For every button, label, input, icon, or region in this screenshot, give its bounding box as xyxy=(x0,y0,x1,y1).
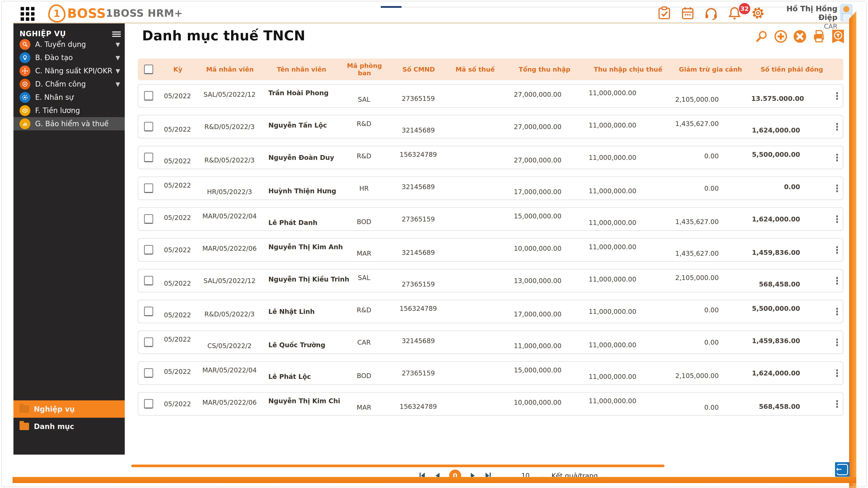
table-row: 05/2022MAR/05/2022/04Lê Phát DanhBOD2736… xyxy=(138,207,843,231)
add-icon[interactable] xyxy=(774,30,787,43)
cell-ten-nhan-vien: Lê Phát Danh xyxy=(263,219,339,226)
kebab-menu-icon[interactable] xyxy=(836,215,838,223)
sidebar-item-b[interactable]: B. Đào tạo▼ xyxy=(13,51,125,64)
cell-so-cmnd: 156324789 xyxy=(389,151,447,158)
cell-giam-tru-gia-canh: 0.00 xyxy=(669,306,751,314)
row-checkbox-cell xyxy=(138,276,159,286)
sidebar-footer-item-nghiep-vu[interactable]: Nghiệp vụ xyxy=(13,400,125,418)
window-frame-right xyxy=(849,11,856,488)
cell-so-cmnd: 32145689 xyxy=(389,249,447,256)
row-checkbox[interactable] xyxy=(144,91,153,101)
apps-grid-icon[interactable] xyxy=(21,7,35,21)
kebab-menu-icon[interactable] xyxy=(836,92,838,100)
calendar-icon[interactable] xyxy=(681,6,695,20)
cell-so-tien-phai-dong: 0.00 xyxy=(751,183,832,191)
list-menu-icon[interactable] xyxy=(112,30,121,37)
row-checkbox[interactable] xyxy=(144,368,153,378)
cell-giam-tru-gia-canh: 0.00 xyxy=(669,338,751,346)
table-row: 05/2022SAL/05/2022/12Nguyễn Thị Kiều Tri… xyxy=(138,269,843,292)
cell-ma-nhan-vien: MAR/05/2022/06 xyxy=(196,245,263,252)
row-menu-cell xyxy=(832,338,843,347)
horizontal-scrollbar[interactable] xyxy=(131,464,664,467)
search-icon[interactable] xyxy=(755,30,768,43)
cell-ma-nhan-vien: CS/05/2022/2 xyxy=(196,342,263,350)
row-checkbox[interactable] xyxy=(144,307,153,316)
kebab-menu-icon[interactable] xyxy=(836,338,838,346)
user-block[interactable]: Hồ Thị Hồng Điệp CAR xyxy=(768,4,837,30)
headset-icon[interactable] xyxy=(704,6,718,20)
delete-icon[interactable] xyxy=(793,30,807,43)
col-ma-phong-ban[interactable]: Mã phòng ban xyxy=(340,62,390,77)
kebab-menu-icon[interactable] xyxy=(836,185,838,192)
row-checkbox[interactable] xyxy=(144,122,153,131)
row-checkbox[interactable] xyxy=(144,214,153,224)
kebab-menu-icon[interactable] xyxy=(836,154,838,161)
row-checkbox[interactable] xyxy=(144,399,153,409)
cell-tong-thu-nhap: 17,000,000.00 xyxy=(502,188,586,196)
tasks-icon[interactable] xyxy=(657,6,671,20)
cell-tong-thu-nhap: 15,000,000.00 xyxy=(502,212,586,220)
table-row: 05/2022R&D/05/2022/3Nguyễn Tấn LộcR&D321… xyxy=(138,115,843,138)
cell-thu-nhap-chiu-thue: 11,000,000.00 xyxy=(586,275,669,283)
kebab-menu-icon[interactable] xyxy=(836,277,838,285)
col-ten-nhan-vien[interactable]: Tên nhân viên xyxy=(264,66,340,73)
row-checkbox[interactable] xyxy=(144,276,153,286)
training-icon xyxy=(20,52,30,63)
kebab-menu-icon[interactable] xyxy=(836,369,838,377)
logo-text: BOSS xyxy=(67,6,106,21)
col-giam-tru-gia-canh[interactable]: Giảm trừ gia cảnh xyxy=(669,66,752,73)
cell-giam-tru-gia-canh: 1,435,627.00 xyxy=(669,250,751,257)
sidebar-item-f[interactable]: F. Tiền lương xyxy=(13,104,125,117)
insurance-icon xyxy=(20,119,30,129)
cell-ky: 05/2022 xyxy=(159,214,196,222)
kebab-menu-icon[interactable] xyxy=(836,308,838,315)
chevron-down-icon[interactable]: ▼ xyxy=(116,41,120,48)
kebab-menu-icon[interactable] xyxy=(836,246,838,254)
cell-ky: 05/2022 xyxy=(159,92,196,100)
col-ma-so-thue[interactable]: Mã số thuế xyxy=(448,66,502,73)
brand-logo[interactable]: 1 BOSS xyxy=(48,4,106,23)
row-checkbox[interactable] xyxy=(144,184,153,193)
cell-thu-nhap-chiu-thue: 11,000,000.00 xyxy=(586,122,669,129)
sidebar-item-c[interactable]: C. Năng suất KPI/OKR▼ xyxy=(13,64,125,77)
cell-so-tien-phai-dong: 568,458.00 xyxy=(751,281,832,288)
cell-so-cmnd: 32145689 xyxy=(389,126,447,134)
cell-ma-phong-ban: CAR xyxy=(339,338,389,346)
sidebar-footer-item-danh-muc[interactable]: Danh mục xyxy=(13,418,125,435)
print-icon[interactable] xyxy=(812,30,826,43)
sidebar-item-g[interactable]: G. Bảo hiểm và thuế xyxy=(13,117,125,130)
sidebar-item-e[interactable]: E. Nhân sự xyxy=(13,91,125,104)
logout-button[interactable] xyxy=(835,462,849,477)
cell-tong-thu-nhap: 10,000,000.00 xyxy=(502,399,586,406)
col-so-cmnd[interactable]: Số CMND xyxy=(390,66,448,73)
cell-ma-phong-ban: SAL xyxy=(339,274,389,282)
gear-icon[interactable] xyxy=(751,6,765,20)
cell-so-cmnd: 32145689 xyxy=(389,183,447,191)
sidebar-item-d[interactable]: D. Chấm công▼ xyxy=(13,77,125,91)
col-ma-nhan-vien[interactable]: Mã nhân viên xyxy=(196,66,264,73)
col-thu-nhap-chiu-thue[interactable]: Thu nhập chịu thuế xyxy=(587,66,669,73)
chevron-down-icon[interactable]: ▼ xyxy=(116,55,120,61)
cell-so-tien-phai-dong: 1,624,000.00 xyxy=(751,369,832,377)
col-so-tien-phai-dong[interactable]: Số tiền phải đóng xyxy=(752,66,832,73)
chevron-down-icon[interactable]: ▼ xyxy=(116,81,120,88)
cell-ten-nhan-vien: Huỳnh Thiện Hưng xyxy=(263,187,339,195)
cell-ma-phong-ban: MAR xyxy=(339,403,389,411)
table-body: 05/2022SAL/05/2022/12Trần Hoài PhongSAL2… xyxy=(138,84,843,423)
kebab-menu-icon[interactable] xyxy=(836,400,838,408)
chevron-down-icon[interactable]: ▼ xyxy=(116,68,120,74)
row-checkbox[interactable] xyxy=(144,337,153,347)
filter-icon[interactable] xyxy=(831,30,845,43)
cell-ten-nhan-vien: Lê Phát Lộc xyxy=(263,373,339,381)
kebab-menu-icon[interactable] xyxy=(836,123,838,131)
table-row: 05/2022R&D/05/2022/3Lê Nhật LinhR&D15632… xyxy=(138,300,843,323)
folder-icon xyxy=(20,405,29,413)
row-checkbox[interactable] xyxy=(144,245,153,255)
row-checkbox[interactable] xyxy=(144,153,153,162)
cell-tong-thu-nhap: 27,000,000.00 xyxy=(502,123,586,131)
col-tong-thu-nhap[interactable]: Tổng thu nhập xyxy=(502,66,587,73)
cell-giam-tru-gia-canh: 0.00 xyxy=(669,185,751,192)
select-all-checkbox[interactable] xyxy=(144,65,153,74)
sidebar-item-a[interactable]: A. Tuyển dụng▼ xyxy=(13,38,125,51)
col-ky[interactable]: Kỳ xyxy=(159,66,196,73)
